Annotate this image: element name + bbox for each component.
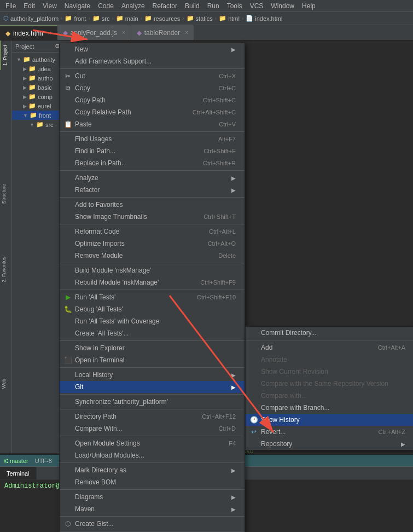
cm-cut[interactable]: ✂ Cut Ctrl+X	[60, 70, 245, 82]
git-compare-with[interactable]: Compare with...	[246, 390, 413, 402]
cm-replace-in-path[interactable]: Replace in Path... Ctrl+Shift+R	[60, 157, 245, 169]
breadcrumb-resources[interactable]: 📁 resources	[144, 15, 180, 22]
cm-git[interactable]: Git ▶	[60, 381, 245, 393]
menu-refactor[interactable]: Refactor	[149, 1, 181, 11]
cm-synchronize[interactable]: Synchronize 'authority_platform'	[60, 396, 245, 408]
breadcrumb-front[interactable]: 📁 front	[65, 15, 86, 22]
git-show-revision[interactable]: Show Current Revision	[246, 366, 413, 378]
panel-favorites[interactable]: 2: Favorites	[0, 252, 11, 287]
menu-run[interactable]: Run	[204, 1, 223, 11]
cm-find-in-path[interactable]: Find in Path... Ctrl+Shift+F	[60, 145, 245, 157]
menu-view[interactable]: View	[39, 1, 60, 11]
cm-directory-path[interactable]: Directory Path Ctrl+Alt+F12	[60, 410, 245, 423]
tab-close-1[interactable]: ×	[122, 30, 125, 36]
cm-divider-4	[60, 197, 245, 198]
cm-local-history[interactable]: Local History ▶	[60, 369, 245, 381]
cm-rebuild-module[interactable]: Rebuild Module 'riskManage' Ctrl+Shift+F…	[60, 276, 245, 288]
status-encoding[interactable]: UTF-8	[35, 458, 52, 464]
git-repository[interactable]: Repository ▶	[246, 438, 413, 450]
cm-copy[interactable]: ⧉ Copy Ctrl+C	[60, 82, 245, 94]
menu-build[interactable]: Build	[182, 1, 203, 11]
cm-open-terminal[interactable]: ⬛ Open in Terminal	[60, 354, 245, 366]
tabs-bar: ◆ index.html × ◆ applyFor_add.js × ◆ tab…	[0, 25, 413, 41]
tab-close-2[interactable]: ×	[185, 30, 188, 36]
cm-diagrams[interactable]: Diagrams ▶	[60, 491, 245, 503]
project-icon: ⬡	[3, 15, 9, 22]
git-add[interactable]: Add Ctrl+Alt+A	[246, 342, 413, 354]
cm-analyze[interactable]: Analyze ▶	[60, 172, 245, 184]
tab-close-0[interactable]: ×	[48, 30, 51, 36]
cm-reformat[interactable]: Reformat Code Ctrl+Alt+L	[60, 225, 245, 238]
cm-show-explorer[interactable]: Show in Explorer	[60, 342, 245, 354]
git-branch[interactable]: ⑆ master	[4, 458, 28, 464]
cm-divider-16	[60, 531, 245, 531]
tree-arrow: ▼	[16, 57, 21, 62]
folder-icon-6: 📁	[219, 15, 226, 22]
git-arrow: ▶	[231, 384, 236, 390]
cm-divider-2	[60, 131, 245, 132]
menu-edit[interactable]: Edit	[20, 1, 38, 11]
cm-load-modules[interactable]: Load/Unload Modules...	[60, 449, 245, 461]
cm-debug-tests[interactable]: 🐛 Debug 'All Tests'	[60, 303, 245, 315]
cm-build-module[interactable]: Build Module 'riskManage'	[60, 264, 245, 276]
tab-index-html[interactable]: ◆ index.html ×	[0, 25, 57, 40]
breadcrumb-project[interactable]: ⬡ authority_platform	[3, 15, 59, 22]
cm-create-gist[interactable]: ⬡ Create Gist...	[60, 518, 245, 530]
menu-code[interactable]: Code	[95, 1, 117, 11]
breadcrumb-bar: ⬡ authority_platform › 📁 front › 📁 src ›…	[0, 12, 413, 25]
revert-icon: ↩	[250, 428, 258, 436]
cm-label: New	[75, 45, 88, 53]
cm-copy-relative-path[interactable]: Copy Relative Path Ctrl+Alt+Shift+C	[60, 106, 245, 118]
terminal-tab[interactable]: Terminal	[0, 467, 37, 479]
git-revert[interactable]: ↩ Revert... Ctrl+Alt+Z	[246, 426, 413, 438]
cm-find-usages[interactable]: Find Usages Alt+F7	[60, 133, 245, 145]
cm-optimize-imports[interactable]: Optimize Imports Ctrl+Alt+O	[60, 238, 245, 250]
menu-analyze[interactable]: Analyze	[118, 1, 148, 11]
menu-file[interactable]: File	[2, 1, 19, 11]
cm-compare-with[interactable]: Compare With... Ctrl+D	[60, 423, 245, 435]
cm-add-favorites[interactable]: Add to Favorites	[60, 199, 245, 211]
git-compare-repo[interactable]: Compare with the Same Repository Version	[246, 378, 413, 390]
cm-add-framework[interactable]: Add Framework Support...	[60, 55, 245, 67]
breadcrumb-statics[interactable]: 📁 statics	[187, 15, 213, 22]
cm-module-settings[interactable]: Open Module Settings F4	[60, 437, 245, 449]
git-show-history[interactable]: 🕐 Show History	[246, 414, 413, 426]
cm-new[interactable]: New ▶	[60, 43, 245, 55]
git-compare-branch[interactable]: Compare with Branch...	[246, 402, 413, 414]
cm-copy-path[interactable]: Copy Path Ctrl+Shift+C	[60, 94, 245, 106]
scissors-icon: ✂	[64, 72, 72, 80]
cm-refactor[interactable]: Refactor ▶	[60, 184, 245, 196]
git-commit-directory[interactable]: Commit Directory...	[246, 327, 413, 339]
cm-remove-module[interactable]: Remove Module Delete	[60, 250, 245, 262]
git-annotate[interactable]: Annotate	[246, 354, 413, 366]
tree-arrow-idea: ▶	[23, 66, 27, 72]
cm-mark-directory[interactable]: Mark Directory as ▶	[60, 464, 245, 476]
breadcrumb-index[interactable]: 📄 index.html	[246, 15, 282, 22]
paste-icon: 📋	[64, 120, 72, 128]
panel-web[interactable]: Web	[0, 374, 11, 393]
menu-tools[interactable]: Tools	[224, 1, 246, 11]
copy-icon: ⧉	[64, 84, 72, 92]
tab-applyfor-js[interactable]: ◆ applyFor_add.js ×	[57, 25, 131, 40]
menu-vcs[interactable]: VCS	[247, 1, 267, 11]
menu-window[interactable]: Window	[267, 1, 298, 11]
cm-remove-bom[interactable]: Remove BOM	[60, 476, 245, 488]
breadcrumb-html[interactable]: 📁 html	[219, 15, 240, 22]
cm-run-tests[interactable]: ▶ Run 'All Tests' Ctrl+Shift+F10	[60, 291, 245, 303]
debug-icon: 🐛	[64, 305, 72, 313]
tab-tablerender[interactable]: ◆ tableRender ×	[131, 25, 194, 40]
panel-project[interactable]: 1: Project	[0, 41, 11, 70]
menu-navigate[interactable]: Navigate	[61, 1, 94, 11]
menu-help[interactable]: Help	[299, 1, 319, 11]
panel-structure[interactable]: Structure	[0, 180, 11, 209]
clock-icon: 🕐	[250, 416, 258, 424]
cm-divider-3	[60, 170, 245, 171]
mark-arrow: ▶	[231, 467, 236, 473]
cm-paste[interactable]: 📋 Paste Ctrl+V	[60, 118, 245, 130]
cm-show-thumbnails[interactable]: Show Image Thumbnails Ctrl+Shift+T	[60, 211, 245, 223]
breadcrumb-src[interactable]: 📁 src	[92, 15, 110, 22]
cm-run-coverage[interactable]: Run 'All Tests' with Coverage	[60, 315, 245, 327]
cm-maven[interactable]: Maven ▶	[60, 503, 245, 515]
breadcrumb-main[interactable]: 📁 main	[116, 15, 138, 22]
cm-create-tests[interactable]: Create 'All Tests'...	[60, 327, 245, 339]
